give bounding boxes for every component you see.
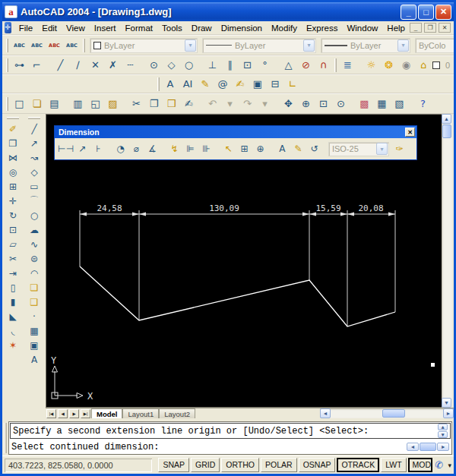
single-line-text-icon[interactable]: AI xyxy=(179,76,197,92)
angular-dimension-icon[interactable]: ∡ xyxy=(144,140,160,157)
layer-properties-manager-icon[interactable]: ≣ xyxy=(339,57,356,73)
snap-parallel-icon[interactable]: ∥ xyxy=(221,57,239,73)
multiline-text-icon[interactable]: A xyxy=(162,76,179,92)
scrollbar-thumb[interactable] xyxy=(442,125,451,138)
tool-palettes-icon[interactable]: ▧ xyxy=(391,96,408,112)
lwt-toggle[interactable]: LWT xyxy=(381,458,406,472)
snap-none-icon[interactable]: ⊘ xyxy=(297,57,315,73)
match-properties-icon[interactable]: ✍ xyxy=(180,96,198,112)
plot-preview-icon[interactable]: ◱ xyxy=(87,96,104,112)
tab-nav-button[interactable]: |◀ xyxy=(46,409,56,418)
dimension-update-icon[interactable]: ↺ xyxy=(306,140,322,157)
polar-toggle[interactable]: POLAR xyxy=(261,458,297,472)
tolerance-icon[interactable]: ⊞ xyxy=(236,140,252,157)
revcloud-icon[interactable]: ☁ xyxy=(26,222,43,237)
chevron-down-icon[interactable]: ▾ xyxy=(376,143,388,155)
tab-nav-button[interactable]: ▶ xyxy=(69,409,79,418)
snap-tangent-icon[interactable]: ○ xyxy=(180,57,198,73)
text-icon[interactable]: A xyxy=(26,352,43,367)
temporary-track-point-icon[interactable]: ⊶ xyxy=(11,57,28,73)
scroll-right-icon[interactable]: ► xyxy=(443,408,454,418)
ordinate-dimension-icon[interactable]: ⊦ xyxy=(90,140,106,157)
text-mask-icon[interactable]: ABC xyxy=(28,37,46,53)
menu-item[interactable]: File xyxy=(14,23,38,33)
zoom-previous-icon[interactable]: ⊙ xyxy=(332,96,350,112)
scrollbar-track[interactable] xyxy=(442,139,452,398)
plot-style-control[interactable]: ByColo xyxy=(415,38,454,53)
communication-center-icon[interactable]: ✆ xyxy=(435,459,444,471)
menu-item[interactable]: Modify xyxy=(267,23,302,33)
toolbar-grip[interactable] xyxy=(6,39,8,52)
ortho-toggle[interactable]: ORTHO xyxy=(221,458,259,472)
menu-item[interactable]: Express xyxy=(302,23,343,33)
circle-icon[interactable]: ○ xyxy=(26,208,43,222)
child-close-button[interactable]: ✕ xyxy=(439,23,451,33)
layer-plot-icon[interactable]: ◉ xyxy=(397,57,415,73)
edit-text-icon[interactable]: ✎ xyxy=(197,76,214,92)
vertical-scrollbar[interactable]: ▲ ▼ xyxy=(442,114,452,408)
diameter-dimension-icon[interactable]: ⌀ xyxy=(128,140,144,157)
redo-icon[interactable]: ↷ xyxy=(239,96,256,112)
menu-item[interactable]: View xyxy=(62,23,90,33)
menu-item[interactable]: Insert xyxy=(90,23,121,33)
scrollbar-thumb[interactable] xyxy=(382,409,405,418)
minimize-button[interactable]: _ xyxy=(401,5,416,20)
snap-toggle[interactable]: SNAP xyxy=(158,458,189,472)
osnap-settings-icon[interactable]: ∩ xyxy=(315,57,332,73)
quick-dimension-icon[interactable]: ↯ xyxy=(166,140,182,157)
zoom-realtime-icon[interactable]: ⊕ xyxy=(297,96,315,112)
snap-quadrant-icon[interactable]: ◇ xyxy=(163,57,180,73)
fillet-icon[interactable]: ◟ xyxy=(5,323,21,338)
otrack-toggle[interactable]: OTRACK xyxy=(337,458,379,472)
dimension-toolbar-titlebar[interactable]: Dimension ✕ xyxy=(55,126,416,138)
layer-lock-icon[interactable]: ⌂ xyxy=(415,57,432,73)
baseline-dimension-icon[interactable]: ⊫ xyxy=(182,140,198,157)
line-icon[interactable]: ╱ xyxy=(26,121,43,136)
point-icon[interactable]: · xyxy=(26,309,43,323)
toolbar-grip[interactable] xyxy=(28,117,40,119)
snap-perpendicular-icon[interactable]: ⊥ xyxy=(204,57,221,73)
new-icon[interactable]: □ xyxy=(11,96,28,112)
center-mark-icon[interactable]: ⊕ xyxy=(252,140,268,157)
tab-nav-button[interactable]: ◀ xyxy=(58,409,68,418)
scroll-left-icon[interactable]: ◄ xyxy=(320,408,331,418)
scroll-left-icon[interactable]: ◄ xyxy=(407,443,419,451)
ellipse-icon[interactable]: ⊜ xyxy=(26,251,43,266)
toolbar-grip[interactable] xyxy=(6,97,8,111)
find-replace-text-icon[interactable]: ABC xyxy=(46,37,63,53)
mirror-icon[interactable]: ⋈ xyxy=(5,150,21,165)
dim-style-control[interactable]: ISO-25 ▾ xyxy=(328,142,389,156)
aligned-dimension-icon[interactable]: ↗ xyxy=(74,140,90,157)
make-block-icon[interactable]: ❑ xyxy=(26,295,43,309)
help-icon[interactable]: ? xyxy=(414,96,432,112)
extend-icon[interactable]: ⇥ xyxy=(5,266,21,280)
erase-icon[interactable]: ✐ xyxy=(5,121,21,136)
command-history[interactable]: Specify a second extension line origin o… xyxy=(10,423,451,439)
toolbar-grip[interactable] xyxy=(83,39,85,52)
continue-dimension-icon[interactable]: ⊪ xyxy=(198,140,214,157)
toolbar-grip[interactable] xyxy=(157,77,160,91)
snap-endpoint-icon[interactable]: ╱ xyxy=(52,57,69,73)
scroll-up-icon[interactable]: ▲ xyxy=(438,424,448,430)
chevron-down-icon[interactable]: ▾ xyxy=(397,39,409,52)
menu-item[interactable]: Tools xyxy=(157,23,187,33)
command-input[interactable]: Select continued dimension: ◄ ► xyxy=(9,440,451,454)
chamfer-icon[interactable]: ◣ xyxy=(5,309,21,323)
toolbar-grip[interactable] xyxy=(7,117,19,119)
title-bar[interactable]: a AutoCAD 2004 - [Drawing1.dwg] _ □ ✕ xyxy=(2,2,454,21)
linetype-control[interactable]: ByLayer ▾ xyxy=(202,38,316,53)
insert-block-icon[interactable]: ❏ xyxy=(26,280,43,295)
region-icon[interactable]: ▣ xyxy=(26,338,43,352)
menu-item[interactable]: Format xyxy=(121,23,157,33)
tab-layout1[interactable]: Layout1 xyxy=(122,408,159,418)
paste-icon[interactable]: ❒ xyxy=(163,96,180,112)
trim-icon[interactable]: ✂ xyxy=(5,251,21,266)
copy-object-icon[interactable]: ❐ xyxy=(5,136,21,150)
menu-item[interactable]: Window xyxy=(342,23,382,33)
move-icon[interactable]: ✛ xyxy=(5,194,21,208)
menu-item[interactable]: Draw xyxy=(187,23,217,33)
cut-icon[interactable]: ✂ xyxy=(128,96,145,112)
open-icon[interactable]: ❏ xyxy=(28,96,46,112)
menu-item[interactable]: Dimension xyxy=(217,23,267,33)
lineweight-control[interactable]: ByLayer ▾ xyxy=(321,38,410,53)
